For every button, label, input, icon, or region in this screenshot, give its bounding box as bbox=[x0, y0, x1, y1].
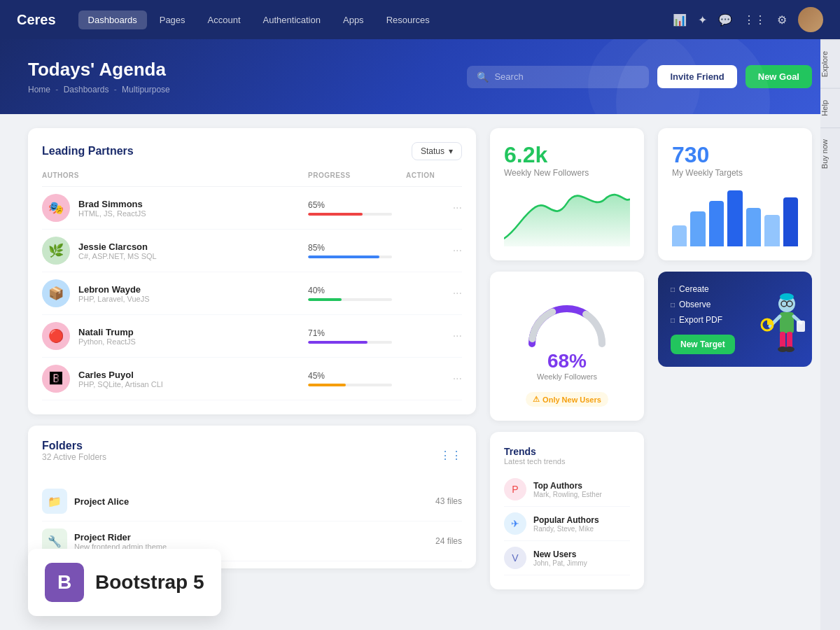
leading-partners-title: Leading Partners bbox=[42, 145, 134, 158]
grid-icon[interactable]: ⋮⋮ bbox=[743, 13, 766, 27]
new-goal-button[interactable]: New Goal bbox=[746, 65, 812, 88]
search-input[interactable] bbox=[494, 71, 639, 82]
progress-bar bbox=[308, 213, 392, 216]
trends-list: P Top Authors Mark, Rowling, Esther ✈ Po… bbox=[504, 472, 630, 575]
action-dots[interactable]: ··· bbox=[406, 287, 462, 300]
bar-item bbox=[672, 225, 687, 246]
nav-resources[interactable]: Resources bbox=[377, 10, 440, 29]
progress-percent: 40% bbox=[308, 286, 406, 295]
bootstrap-icon: B bbox=[45, 563, 84, 602]
table-row: 🌿 Jessie Clarcson C#, ASP.NET, MS SQL 85… bbox=[42, 230, 462, 272]
partner-info: 🌿 Jessie Clarcson C#, ASP.NET, MS SQL bbox=[42, 237, 308, 265]
action-card: Cereate Observe Export PDF New Target bbox=[658, 272, 812, 367]
table-row: 🔴 Natali Trump Python, ReactJS 71% ··· bbox=[42, 315, 462, 358]
col-action: ACTION bbox=[406, 172, 462, 179]
folders-title: Folders bbox=[42, 440, 106, 452]
weekly-target-label: My Weekly Targets bbox=[672, 168, 798, 178]
buy-now-label[interactable]: Buy now bbox=[820, 127, 840, 180]
action-dots[interactable]: ··· bbox=[406, 244, 462, 257]
table-row: 🎭 Brad Simmons HTML, JS, ReactJS 65% ··· bbox=[42, 187, 462, 230]
progress-container: 71% bbox=[308, 328, 406, 344]
status-dropdown[interactable]: Status ▾ bbox=[412, 142, 462, 160]
page-title: Todays' Agenda bbox=[28, 59, 170, 80]
message-icon[interactable]: 💬 bbox=[718, 13, 732, 27]
explore-label[interactable]: Explore bbox=[820, 39, 840, 88]
chart-icon[interactable]: 📊 bbox=[673, 13, 687, 27]
user-avatar[interactable] bbox=[798, 7, 823, 32]
trend-authors: Randy, Steve, Mike bbox=[533, 525, 599, 533]
nav-account[interactable]: Account bbox=[198, 10, 251, 29]
progress-percent: 45% bbox=[308, 371, 406, 381]
nav-pages[interactable]: Pages bbox=[150, 10, 195, 29]
action-dots[interactable]: ··· bbox=[406, 330, 462, 342]
progress-percent: 85% bbox=[308, 243, 406, 253]
nav-items: Dashboards Pages Account Authentication … bbox=[78, 10, 656, 29]
action-dots[interactable]: ··· bbox=[406, 372, 462, 385]
svg-point-1 bbox=[780, 293, 794, 300]
bootstrap-badge: B Bootstrap 5 bbox=[28, 549, 221, 616]
table-row: 🅱 Carles Puyol PHP, SQLite, Artisan CLI … bbox=[42, 358, 462, 400]
progress-bar bbox=[308, 255, 392, 258]
middle-column: 6.2k Weekly New Followers bbox=[490, 128, 644, 621]
progress-fill bbox=[308, 384, 346, 386]
warning-icon: ⚠ bbox=[533, 395, 540, 404]
trend-name: Popular Authors bbox=[533, 515, 599, 525]
trend-icon: V bbox=[504, 547, 526, 569]
nav-dashboards[interactable]: Dashboards bbox=[78, 10, 147, 29]
folders-card: Folders 32 Active Folders ⋮⋮ 📁 Project A… bbox=[28, 426, 476, 568]
folders-header: Folders 32 Active Folders ⋮⋮ bbox=[42, 440, 462, 470]
folder-name: Project Rider bbox=[74, 532, 167, 542]
gauge-container: 68% Weekly Followers bbox=[504, 291, 630, 381]
bar-item bbox=[727, 190, 742, 246]
nav-authentication[interactable]: Authentication bbox=[253, 10, 330, 29]
sparkle-icon[interactable]: ✦ bbox=[698, 13, 707, 27]
followers-number: 6.2k bbox=[504, 142, 630, 168]
right-column: 730 My Weekly Targets Cereate Observe Ex… bbox=[658, 128, 812, 621]
nav-icons: 📊 ✦ 💬 ⋮⋮ ⚙ bbox=[673, 7, 823, 32]
nav-apps[interactable]: Apps bbox=[333, 10, 374, 29]
progress-fill bbox=[308, 213, 363, 216]
partner-avatar: 🔴 bbox=[42, 322, 70, 350]
weekly-target-number: 730 bbox=[672, 142, 798, 168]
partner-info: 📦 Lebron Wayde PHP, Laravel, VueJS bbox=[42, 279, 308, 307]
character-illustration bbox=[757, 291, 806, 361]
list-item: 📁 Project Alice 43 files bbox=[42, 482, 462, 522]
partner-avatar: 🌿 bbox=[42, 237, 70, 265]
partner-info: 🅱 Carles Puyol PHP, SQLite, Artisan CLI bbox=[42, 365, 308, 393]
partner-name: Lebron Wayde bbox=[78, 284, 150, 295]
card-header: Leading Partners Status ▾ bbox=[42, 142, 462, 160]
status-label: Status bbox=[421, 146, 444, 156]
list-item: ✈ Popular Authors Randy, Steve, Mike bbox=[504, 507, 630, 541]
only-users-text: Only New Users bbox=[542, 396, 601, 404]
partners-list: 🎭 Brad Simmons HTML, JS, ReactJS 65% ···… bbox=[42, 187, 462, 400]
trends-subtitle: Latest tech trends bbox=[504, 457, 630, 465]
table-row: 📦 Lebron Wayde PHP, Laravel, VueJS 40% ·… bbox=[42, 272, 462, 315]
search-box: 🔍 bbox=[467, 66, 649, 88]
left-column: Leading Partners Status ▾ AUTHORS PROGRE… bbox=[28, 128, 476, 621]
brand-logo[interactable]: Ceres bbox=[17, 12, 56, 28]
trend-authors: Mark, Rowling, Esther bbox=[533, 491, 602, 498]
partner-avatar: 📦 bbox=[42, 279, 70, 307]
chevron-down-icon: ▾ bbox=[449, 146, 453, 156]
settings-icon[interactable]: ⚙ bbox=[777, 13, 787, 27]
progress-fill bbox=[308, 255, 379, 258]
bootstrap-text: Bootstrap 5 bbox=[95, 571, 204, 594]
weekly-targets-card: 730 My Weekly Targets bbox=[658, 128, 812, 260]
action-dots[interactable]: ··· bbox=[406, 202, 462, 214]
invite-friend-button[interactable]: Invite Friend bbox=[657, 65, 736, 88]
folders-menu-icon[interactable]: ⋮⋮ bbox=[440, 449, 462, 462]
trend-name: Top Authors bbox=[533, 481, 602, 491]
folder-name: Project Alice bbox=[74, 496, 129, 507]
progress-percent: 71% bbox=[308, 328, 406, 338]
folder-info: 📁 Project Alice bbox=[42, 489, 129, 514]
partner-name: Natali Trump bbox=[78, 327, 136, 337]
progress-bar bbox=[308, 298, 392, 301]
partner-info: 🔴 Natali Trump Python, ReactJS bbox=[42, 322, 308, 350]
trend-authors: John, Pat, Jimmy bbox=[533, 559, 587, 567]
new-target-button[interactable]: New Target bbox=[671, 335, 735, 354]
gauge-percent: 68% bbox=[547, 350, 587, 372]
help-label[interactable]: Help bbox=[820, 88, 840, 127]
bar-chart bbox=[672, 183, 798, 246]
partner-name: Jessie Clarcson bbox=[78, 241, 157, 252]
list-item: P Top Authors Mark, Rowling, Esther bbox=[504, 472, 630, 507]
